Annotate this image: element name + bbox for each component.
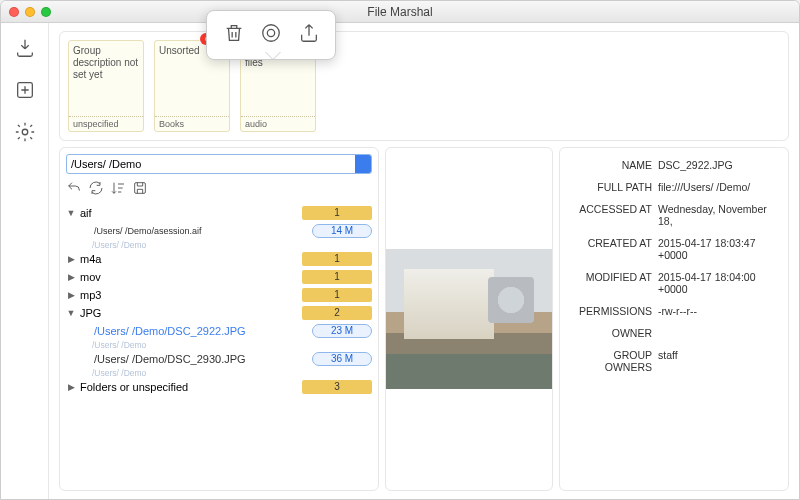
info-value: staff bbox=[658, 349, 780, 373]
info-value: DSC_2922.JPG bbox=[658, 159, 780, 171]
window-title: File Marshal bbox=[1, 5, 799, 19]
file-path[interactable]: /Users/ /Demo/asession.aif bbox=[80, 226, 308, 236]
sidebar bbox=[1, 23, 49, 499]
count-chip: 3 bbox=[302, 380, 372, 394]
info-label: CREATED AT bbox=[568, 237, 658, 261]
preview-panel bbox=[385, 147, 553, 491]
tree-toolbar bbox=[60, 180, 378, 204]
info-value: file:///Users/ /Demo/ bbox=[658, 181, 780, 193]
share-icon[interactable] bbox=[298, 22, 320, 48]
import-icon[interactable] bbox=[14, 37, 36, 63]
sort-icon[interactable] bbox=[110, 180, 126, 200]
info-label: MODIFIED AT bbox=[568, 271, 658, 295]
info-label: PERMISSIONS bbox=[568, 305, 658, 317]
app-window: File Marshal Group description not set y… bbox=[0, 0, 800, 500]
file-path[interactable]: /Users/ /Demo/DSC_2930.JPG bbox=[80, 353, 308, 365]
groups-row: Group description not set yet unspecifie… bbox=[59, 31, 789, 141]
svg-rect-2 bbox=[135, 183, 146, 194]
file-subpath: /Users/ /Demo bbox=[66, 368, 372, 378]
info-value: 2015-04-17 18:04:00 +0000 bbox=[658, 271, 780, 295]
svg-point-1 bbox=[22, 129, 28, 135]
add-icon[interactable] bbox=[14, 79, 36, 105]
svg-point-3 bbox=[263, 25, 280, 42]
trash-icon[interactable] bbox=[223, 22, 245, 48]
lower-row: /Users/ /Demo ▼aif1 /Users/ /Demo/asessi… bbox=[59, 147, 789, 491]
group-label[interactable]: Folders or unspecified bbox=[80, 381, 298, 393]
info-label: GROUP OWNERS bbox=[568, 349, 658, 373]
info-label: ACCESSED AT bbox=[568, 203, 658, 227]
group-desc: Group description not set yet bbox=[69, 41, 143, 116]
disclosure-right-icon[interactable]: ▶ bbox=[66, 254, 76, 264]
group-label[interactable]: JPG bbox=[80, 307, 298, 319]
path-text: /Users/ /Demo bbox=[71, 158, 141, 170]
action-popover bbox=[206, 10, 336, 60]
group-label[interactable]: mov bbox=[80, 271, 298, 283]
titlebar: File Marshal bbox=[1, 1, 799, 23]
svg-point-4 bbox=[267, 29, 274, 36]
count-chip: 1 bbox=[302, 288, 372, 302]
file-tree[interactable]: ▼aif1 /Users/ /Demo/asession.aif14 M /Us… bbox=[60, 204, 378, 490]
size-pill: 14 M bbox=[312, 224, 372, 238]
info-label: OWNER bbox=[568, 327, 658, 339]
disclosure-down-icon[interactable]: ▼ bbox=[66, 208, 76, 218]
size-pill: 23 M bbox=[312, 324, 372, 338]
content-area: Group description not set yet unspecifie… bbox=[1, 23, 799, 499]
info-value: Wednesday, November 18, bbox=[658, 203, 780, 227]
undo-icon[interactable] bbox=[66, 180, 82, 200]
path-combobox[interactable]: /Users/ /Demo bbox=[66, 154, 372, 174]
file-subpath: /Users/ /Demo bbox=[66, 340, 372, 350]
group-tag: Books bbox=[155, 116, 229, 131]
disclosure-right-icon[interactable]: ▶ bbox=[66, 382, 76, 392]
info-label: NAME bbox=[568, 159, 658, 171]
info-value: -rw-r--r-- bbox=[658, 305, 780, 317]
disclosure-right-icon[interactable]: ▶ bbox=[66, 290, 76, 300]
group-label[interactable]: mp3 bbox=[80, 289, 298, 301]
record-icon[interactable] bbox=[260, 22, 282, 48]
count-chip: 1 bbox=[302, 206, 372, 220]
refresh-icon[interactable] bbox=[88, 180, 104, 200]
file-tree-panel: /Users/ /Demo ▼aif1 /Users/ /Demo/asessi… bbox=[59, 147, 379, 491]
count-chip: 2 bbox=[302, 306, 372, 320]
size-pill: 36 M bbox=[312, 352, 372, 366]
group-tag: audio bbox=[241, 116, 315, 131]
info-value: 2015-04-17 18:03:47 +0000 bbox=[658, 237, 780, 261]
info-panel: NAMEDSC_2922.JPG FULL PATHfile:///Users/… bbox=[559, 147, 789, 491]
group-label[interactable]: m4a bbox=[80, 253, 298, 265]
disclosure-down-icon[interactable]: ▼ bbox=[66, 308, 76, 318]
group-tag: unspecified bbox=[69, 116, 143, 131]
file-subpath: /Users/ /Demo bbox=[66, 240, 372, 250]
group-card[interactable]: Group description not set yet unspecifie… bbox=[68, 40, 144, 132]
info-value bbox=[658, 327, 780, 339]
count-chip: 1 bbox=[302, 270, 372, 284]
file-path[interactable]: /Users/ /Demo/DSC_2922.JPG bbox=[80, 325, 308, 337]
main-area: Group description not set yet unspecifie… bbox=[49, 23, 799, 499]
info-label: FULL PATH bbox=[568, 181, 658, 193]
group-label[interactable]: aif bbox=[80, 207, 298, 219]
image-preview bbox=[386, 249, 552, 389]
gear-icon[interactable] bbox=[14, 121, 36, 147]
disclosure-right-icon[interactable]: ▶ bbox=[66, 272, 76, 282]
count-chip: 1 bbox=[302, 252, 372, 266]
save-icon[interactable] bbox=[132, 180, 148, 200]
